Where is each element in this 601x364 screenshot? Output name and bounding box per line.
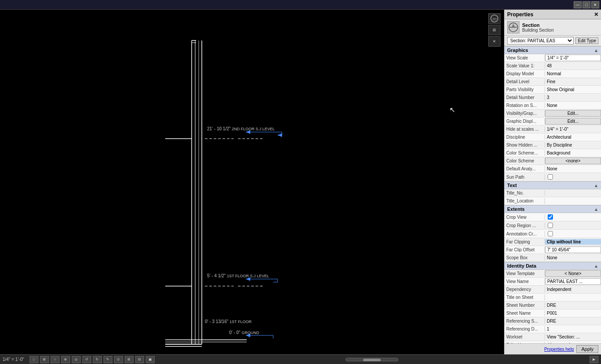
bottom-btn-11[interactable]: ⊟	[135, 356, 144, 363]
minimize-button[interactable]: —	[574, 1, 582, 8]
prop-value-far-clipping[interactable]: Clip without line	[545, 239, 601, 245]
sun-path-checkbox[interactable]	[548, 174, 553, 180]
prop-value-view-name[interactable]: PARTIAL EAST ...	[545, 278, 601, 285]
bottom-btn-7[interactable]: ↻	[93, 356, 102, 363]
prop-label-workset: Workset	[505, 334, 545, 340]
prop-value-graphic-displ[interactable]: Edit...	[545, 118, 601, 125]
section-text-label: Text	[507, 183, 517, 188]
canvas-tool-2d[interactable]: 2D	[488, 13, 501, 24]
bottom-btn-10[interactable]: ⊞	[125, 356, 134, 363]
prop-view-scale: View Scale 1/4" = 1'-0"	[505, 54, 601, 62]
graphics-collapse-arrow[interactable]: ▲	[594, 48, 598, 53]
prop-dependency: Dependency Independent	[505, 286, 601, 294]
prop-value-display-model: Normal	[545, 71, 601, 77]
bottom-btn-right-arrow[interactable]: ▶	[590, 356, 598, 363]
annotation-cr-checkbox[interactable]	[548, 231, 553, 236]
prop-value-visibility-grap[interactable]: Edit...	[545, 110, 601, 117]
prop-label-detail-number: Detail Number	[505, 95, 545, 100]
prop-label-discipline: Discipline	[505, 134, 545, 140]
canvas-tool-grid[interactable]: ⊞	[488, 25, 501, 35]
crop-view-checkbox[interactable]	[548, 214, 553, 220]
properties-help-link[interactable]: Properties help	[544, 347, 574, 352]
prop-value-title-on-sheet	[545, 297, 601, 298]
prop-label-sheet-name: Sheet Name	[505, 310, 545, 316]
close-button[interactable]: ✕	[591, 1, 599, 8]
section-text-header[interactable]: Text ▲	[505, 181, 601, 189]
prop-referencing-d: Referencing D... 1	[505, 325, 601, 333]
svg-marker-33	[512, 24, 515, 27]
props-table-container[interactable]: Graphics ▲ View Scale 1/4" = 1'-0" Scale…	[505, 46, 601, 343]
prop-value-view-scale[interactable]: 1/4" = 1'-0"	[545, 55, 601, 61]
text-collapse-arrow[interactable]: ▲	[594, 183, 598, 188]
bottom-btn-12[interactable]: ▣	[146, 356, 155, 363]
prop-graphic-displ: Graphic Displ... Edit...	[505, 118, 601, 125]
prop-sheet-number: Sheet Number DRE	[505, 301, 601, 309]
extents-collapse-arrow[interactable]: ▲	[594, 207, 598, 212]
prop-scope-box: Scope Box None	[505, 254, 601, 262]
prop-value-referencing-s: DRE	[545, 318, 601, 324]
canvas-area[interactable]: 21' - 10 1/2" 2ND FLOOR S.J LEVEL 5' - 4…	[0, 10, 504, 354]
section-dropdown[interactable]: Section: PARTIAL EAS	[507, 37, 574, 44]
prop-label-hide-at-scales: Hide at scales ...	[505, 126, 545, 132]
scrollbar-thumb[interactable]	[363, 359, 381, 361]
prop-value-annotation-cr	[545, 230, 601, 238]
prop-value-view-template[interactable]: < None>	[545, 270, 601, 277]
prop-value-crop-region	[545, 221, 601, 229]
prop-default-analy: Default Analy... None	[505, 165, 601, 173]
prop-label-sun-path: Sun Path	[505, 174, 545, 180]
section-subtitle: Building Section	[522, 28, 554, 33]
level-label-1st-floor: 0' - 3 13/16" 1ST FLOOR	[205, 319, 252, 324]
prop-value-far-clip-offset[interactable]: 7' 10 45/64"	[545, 246, 601, 253]
bottom-btn-5[interactable]: ◎	[72, 356, 81, 363]
prop-rotation: Rotation on S... None	[505, 102, 601, 110]
svg-marker-21	[278, 133, 282, 137]
prop-view-template: View Template < None>	[505, 270, 601, 278]
canvas-tool-close[interactable]: ✕	[488, 36, 501, 47]
prop-label-default-analy: Default Analy...	[505, 166, 545, 172]
bottom-btn-8[interactable]: ✎	[104, 356, 112, 363]
horizontal-scrollbar[interactable]	[345, 358, 398, 361]
prop-title-on-sheet: Title on Sheet	[505, 294, 601, 301]
prop-label-crop-region: Crop Region ...	[505, 223, 545, 228]
bottom-btn-4[interactable]: ⊕	[61, 356, 70, 363]
prop-detail-number: Detail Number 3	[505, 94, 601, 102]
prop-sheet-name: Sheet Name P001	[505, 309, 601, 317]
prop-title-location: Title_Location	[505, 197, 601, 205]
prop-annotation-cr: Annotation Cr...	[505, 230, 601, 238]
bottom-btn-2[interactable]: ⊞	[40, 356, 49, 363]
prop-value-sun-path	[545, 173, 601, 181]
identity-collapse-arrow[interactable]: ▲	[594, 264, 598, 268]
prop-far-clip-offset: Far Clip Offset 7' 10 45/64"	[505, 246, 601, 254]
prop-crop-view: Crop View	[505, 213, 601, 221]
bottom-btn-1[interactable]: □	[30, 356, 38, 363]
bottom-btn-9[interactable]: ⊙	[114, 356, 123, 363]
prop-show-hidden: Show Hidden ... By Discipline	[505, 141, 601, 149]
edit-type-button[interactable]: Edit Type	[575, 37, 598, 44]
section-identity-header[interactable]: Identity Data ▲	[505, 262, 601, 270]
bottom-btn-6[interactable]: ↺	[82, 356, 91, 363]
prop-value-scope-box: None	[545, 255, 601, 261]
section-graphics-header[interactable]: Graphics ▲	[505, 46, 601, 54]
apply-button[interactable]: Apply	[576, 345, 598, 353]
section-extents-header[interactable]: Extents ▲	[505, 205, 601, 213]
prop-value-referencing-d: 1	[545, 326, 601, 332]
prop-label-title-location: Title_Location	[505, 198, 545, 204]
section-header: Section Building Section	[505, 19, 601, 36]
prop-view-name: View Name PARTIAL EAST ...	[505, 278, 601, 286]
prop-scale-value: Scale Value 1: 48	[505, 62, 601, 70]
prop-value-rotation: None	[545, 103, 601, 108]
prop-label-title-on-sheet: Title on Sheet	[505, 294, 545, 300]
drawing-canvas	[0, 10, 504, 354]
prop-label-parts-visibility: Parts Visibility	[505, 87, 545, 92]
prop-workset: Workset View "Section: ...	[505, 333, 601, 341]
prop-detail-level: Detail Level Fine	[505, 78, 601, 86]
properties-panel: Properties ✕ Section Building Section Se…	[504, 10, 601, 354]
props-close-button[interactable]: ✕	[594, 11, 598, 18]
prop-value-color-scheme[interactable]: <none>	[545, 158, 601, 164]
prop-hide-at-scales: Hide at scales ... 1/4" = 1'-0"	[505, 125, 601, 133]
restore-button[interactable]: □	[582, 1, 590, 8]
prop-value-parts-visibility: Show Original	[545, 87, 601, 92]
crop-region-checkbox[interactable]	[548, 223, 553, 228]
bottom-btn-3[interactable]: ☆	[51, 356, 59, 363]
prop-label-far-clip-offset: Far Clip Offset	[505, 247, 545, 253]
